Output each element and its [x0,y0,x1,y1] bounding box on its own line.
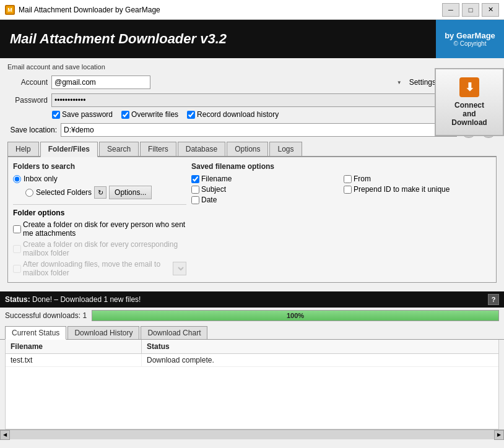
password-input[interactable] [51,93,497,107]
date-checkbox[interactable]: Date [191,196,339,204]
tab-database[interactable]: Database [178,142,225,156]
from-checkbox[interactable]: From [344,174,491,183]
status-text: Status: Done! – Downloaded 1 new files! [5,295,488,304]
inner-tabs-container: Current Status Download History Download… [0,324,504,340]
after-download-row: After downloading files, move the email … [13,260,186,277]
settings-label: Settings [409,78,436,87]
account-input[interactable] [51,75,150,89]
downloads-label: Successful downloads: 1 [5,311,87,320]
table-cell-filename: test.txt [6,354,142,366]
tab-logs[interactable]: Logs [269,142,302,156]
save-location-label: Save location: [7,126,57,134]
inbox-only-radio[interactable]: Inbox only [13,174,186,183]
main-content: Email account and save location Account … [0,58,504,288]
tab-panels: Folders to search Inbox only Selected Fo… [13,162,491,277]
folders-panel: Folders to search Inbox only Selected Fo… [13,162,186,277]
checkboxes-row: Save password Overwrite files Record dow… [7,110,497,119]
overwrite-files-checkbox[interactable]: Overwrite files [121,110,178,119]
tab-filters[interactable]: Filters [140,142,176,156]
progress-bar: 100% [92,310,499,321]
scroll-right-arrow[interactable]: ▶ [494,430,504,440]
table-cell-status: Download complete. [142,354,498,366]
account-row: Account Settings ✕ ＋ ● [7,74,497,90]
close-button[interactable]: ✕ [482,3,499,17]
subject-checkbox[interactable]: Subject [191,185,339,194]
inner-tab-download-chart[interactable]: Download Chart [141,326,207,339]
after-download-checkbox: After downloading files, move the email … [13,260,169,277]
inner-tab-download-history[interactable]: Download History [67,326,139,339]
tab-folder-files[interactable]: Folder/Files [40,142,98,157]
folders-options-button[interactable]: Options... [109,186,152,199]
refresh-folders-button[interactable]: ↻ [94,186,106,199]
brand-copy: © Copyright [454,40,487,47]
app-header-main: Mail Attachment Downloader v3.2 [0,20,436,58]
window-title: Mail Attachment Downloader by GearMage [19,6,160,14]
title-bar: M Mail Attachment Downloader by GearMage… [0,0,504,20]
account-dropdown-wrapper [51,75,406,89]
brand-name: by GearMage [445,31,495,40]
folder-options-section: Folder options Create a folder on disk f… [13,204,186,277]
scroll-left-arrow[interactable]: ◀ [0,430,10,440]
section-label: Email account and save location [7,63,497,71]
maximize-button[interactable]: □ [462,3,479,17]
selected-folders-row: Selected Folders ↻ Options... [25,186,186,199]
filename-options-title: Saved filename options [191,162,491,171]
tab-content: Folders to search Inbox only Selected Fo… [7,157,497,283]
table-header: Filename Status [6,340,498,354]
app-icon: M [5,5,15,15]
tab-help[interactable]: Help [7,142,39,156]
tabs-container: Help Folder/Files Search Filters Databas… [7,142,497,157]
table-header-filename: Filename [6,340,142,353]
table-area: Filename Status test.txt Download comple… [5,340,499,429]
table-header-status: Status [142,340,498,353]
connect-icon: ⬇ [459,77,479,97]
save-location-row: Save location: 📁 🔍 [7,122,497,138]
minimize-button[interactable]: ─ [442,3,459,17]
inner-tab-current-status[interactable]: Current Status [5,326,66,340]
prepend-id-checkbox[interactable]: Prepend ID to make it unique [344,185,491,194]
mailbox-folder-select [173,262,186,275]
create-person-folder-checkbox[interactable]: Create a folder on disk for every person… [13,220,186,238]
app-header-brand: by GearMage © Copyright [436,20,504,58]
tab-search[interactable]: Search [99,142,139,156]
tab-options[interactable]: Options [227,142,268,156]
selected-folders-radio[interactable]: Selected Folders [25,188,92,197]
scroll-track[interactable] [10,430,494,439]
connect-download-button[interactable]: ⬇ Connect and Download [435,68,504,136]
status-bar: Status: Done! – Downloaded 1 new files! … [0,291,504,308]
password-row: Password [7,93,497,107]
save-password-checkbox[interactable]: Save password [52,110,113,119]
status-help-button[interactable]: ? [488,294,499,305]
folders-title: Folders to search [13,162,186,171]
save-location-input[interactable] [61,123,457,137]
filename-checkboxes: Filename From Subject Prepend ID to make… [191,174,491,204]
filename-checkbox[interactable]: Filename [191,174,339,183]
record-history-checkbox[interactable]: Record download history [187,110,279,119]
horizontal-scrollbar[interactable]: ◀ ▶ [0,429,504,439]
create-mailbox-folder-checkbox: Create a folder on disk for every corres… [13,240,186,257]
app-title: Mail Attachment Downloader v3.2 [10,31,227,47]
password-label: Password [7,96,48,105]
progress-label: 100% [92,311,498,321]
filename-panel: Saved filename options Filename From Sub… [191,162,491,277]
app-header: Mail Attachment Downloader v3.2 by GearM… [0,20,504,58]
account-label: Account [7,78,48,87]
table-row: test.txt Download complete. [6,354,498,367]
folder-options-title: Folder options [13,209,186,217]
downloads-row: Successful downloads: 1 100% [0,308,504,324]
